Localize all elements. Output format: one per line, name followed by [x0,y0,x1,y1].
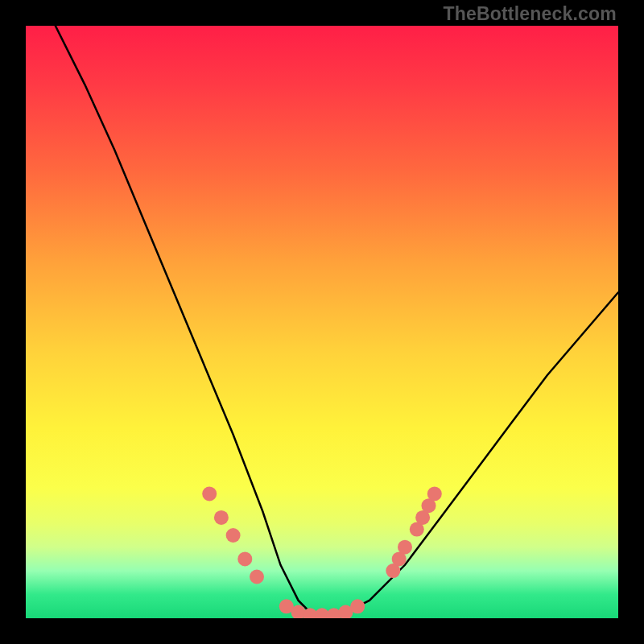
chart-frame: TheBottleneck.com [0,0,644,644]
curve-marker [398,540,412,555]
curve-marker [350,599,365,613]
watermark-text: TheBottleneck.com [443,3,617,25]
curve-markers [202,486,442,618]
chart-svg [26,26,618,618]
curve-marker [202,486,217,501]
bottleneck-curve [56,26,618,618]
curve-marker [237,551,252,566]
chart-plot-area [26,26,618,618]
curve-marker [250,570,264,584]
curve-marker [427,486,442,501]
curve-marker [214,510,229,525]
curve-marker [226,528,241,543]
